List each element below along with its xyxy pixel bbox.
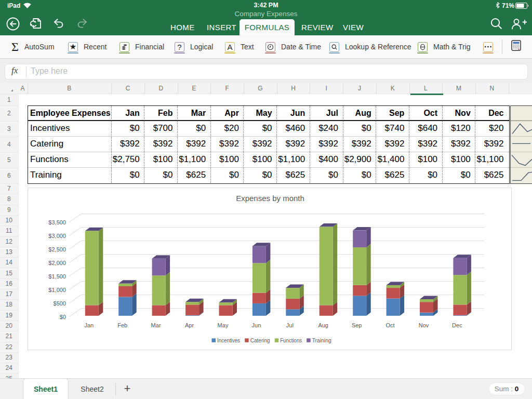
svg-text:Jun: Jun bbox=[252, 322, 261, 328]
svg-text:$2,000: $2,000 bbox=[48, 259, 66, 265]
svg-text:Jan: Jan bbox=[84, 322, 94, 328]
svg-text:$0: $0 bbox=[60, 313, 66, 320]
svg-text:$1,500: $1,500 bbox=[48, 273, 66, 279]
svg-text:Mar: Mar bbox=[151, 322, 161, 328]
svg-text:Dec: Dec bbox=[452, 322, 462, 328]
svg-text:Oct: Oct bbox=[386, 322, 395, 328]
svg-text:Catering: Catering bbox=[250, 337, 270, 343]
svg-text:$3,000: $3,000 bbox=[48, 232, 66, 238]
svg-text:Training: Training bbox=[312, 337, 331, 343]
svg-text:Expenses by month: Expenses by month bbox=[236, 194, 304, 203]
svg-text:$3,500: $3,500 bbox=[48, 219, 66, 225]
svg-text:Functions: Functions bbox=[280, 337, 302, 343]
svg-text:May: May bbox=[218, 322, 229, 328]
svg-text:Nov: Nov bbox=[419, 322, 429, 328]
svg-text:$2,500: $2,500 bbox=[48, 246, 66, 252]
svg-text:Apr: Apr bbox=[185, 322, 194, 328]
svg-text:Sep: Sep bbox=[352, 322, 362, 328]
svg-text:Aug: Aug bbox=[318, 322, 328, 328]
svg-text:Feb: Feb bbox=[117, 322, 127, 328]
svg-text:$1,000: $1,000 bbox=[48, 286, 66, 292]
svg-text:Incentives: Incentives bbox=[217, 337, 240, 343]
svg-text:$500: $500 bbox=[54, 300, 66, 306]
svg-text:Jul: Jul bbox=[286, 322, 294, 328]
